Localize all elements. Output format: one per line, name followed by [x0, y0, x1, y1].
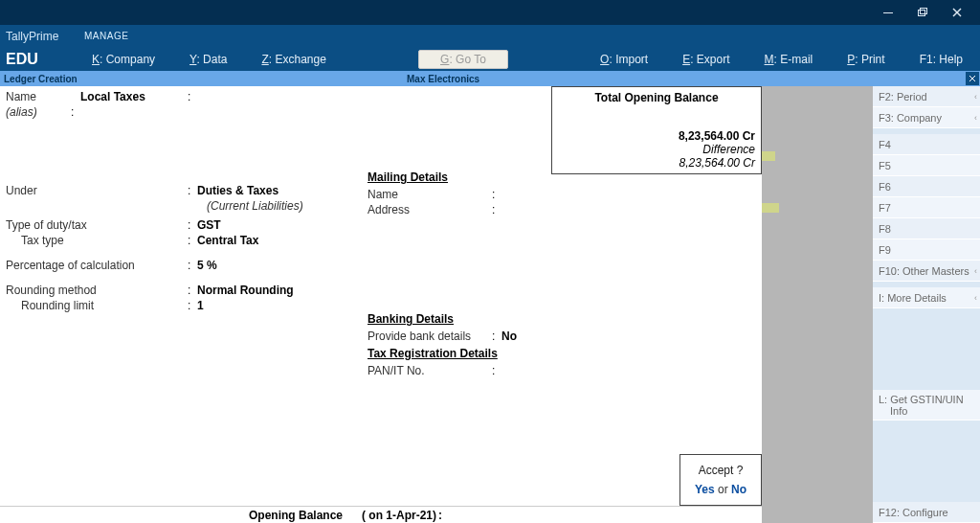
opening-balance-colon: :	[438, 509, 442, 522]
svg-rect-0	[918, 11, 924, 16]
menu-import[interactable]: O: Import	[583, 48, 665, 71]
accept-question: Accept ?	[699, 458, 744, 477]
accept-no-button[interactable]: No	[731, 483, 746, 496]
btn-f9[interactable]: F9	[873, 239, 980, 261]
window-minimize-button[interactable]	[871, 0, 905, 25]
pan-value[interactable]	[501, 364, 756, 377]
manage-menu[interactable]: MANAGE	[75, 25, 138, 47]
banking-provide-value[interactable]: No	[501, 330, 756, 343]
alias-value[interactable]	[80, 105, 356, 119]
menu-label: Import	[615, 53, 648, 66]
mailing-address-label: Address	[368, 203, 492, 216]
btn-f12-configure[interactable]: F12:Configure	[873, 502, 980, 523]
menu-email[interactable]: M: E-mail	[747, 48, 831, 71]
btn-f8[interactable]: F8	[873, 218, 980, 239]
name-value[interactable]: Local Taxes	[80, 90, 356, 103]
ledger-form: Name : Local Taxes (alias) : Under : Dut…	[0, 86, 762, 523]
window-titlebar	[0, 0, 980, 25]
menu-help[interactable]: F1: Help	[902, 48, 980, 71]
svg-rect-1	[920, 9, 926, 14]
menu-key: E:	[682, 53, 693, 66]
opening-balance-label: Opening Balance	[249, 509, 343, 522]
pct-value[interactable]: 5 %	[197, 259, 356, 272]
app-edition: EDU	[0, 48, 75, 71]
window-maximize-button[interactable]	[905, 0, 940, 25]
fk-label: F5	[879, 160, 891, 171]
fk-label: F9	[879, 244, 891, 256]
menu-label: Data	[203, 53, 227, 66]
menu-label: E-mail	[780, 53, 813, 66]
subheader-close-button[interactable]	[966, 72, 979, 85]
chevron-left-icon: ‹	[974, 92, 977, 102]
screen-title: Ledger Creation	[0, 74, 407, 84]
btn-f6[interactable]: F6	[873, 176, 980, 197]
menu-key: K:	[92, 53, 102, 66]
btn-f2-period[interactable]: F2:Period‹	[873, 86, 980, 107]
btn-more-details[interactable]: I:More Details‹	[873, 287, 980, 308]
company-name: Max Electronics	[407, 74, 966, 84]
mailing-address-value[interactable]	[501, 203, 756, 216]
btn-label: Other Masters	[902, 265, 969, 277]
menu-key: Z:	[261, 53, 272, 66]
tax-type-value[interactable]: Central Tax	[197, 234, 356, 247]
total-opening-balance-title: Total Opening Balance	[558, 91, 755, 104]
under-label: Under	[6, 184, 188, 197]
menu-key: P:	[847, 53, 858, 66]
btn-f3-company[interactable]: F3:Company‹	[873, 107, 980, 128]
minimize-icon	[883, 12, 893, 13]
close-icon	[969, 75, 976, 82]
menu-data[interactable]: Y: Data	[172, 48, 244, 71]
work-area: Name : Local Taxes (alias) : Under : Dut…	[0, 86, 980, 523]
rounding-limit-label: Rounding limit	[6, 299, 188, 312]
menu-key: G:	[440, 53, 453, 66]
rounding-method-value[interactable]: Normal Rounding	[197, 284, 356, 297]
accept-yes-button[interactable]: Yes	[695, 483, 715, 496]
menu-goto[interactable]: G: Go To	[418, 50, 508, 69]
menu-export[interactable]: E: Export	[665, 48, 746, 71]
rounding-method-label: Rounding method	[6, 284, 188, 297]
menu-company[interactable]: K: Company	[75, 48, 172, 71]
fk-label: F7	[879, 202, 891, 214]
tax-type-label: Tax type	[6, 234, 188, 247]
menu-key: Y:	[189, 53, 200, 66]
fk-label: F10:	[879, 265, 900, 277]
sub-header: Ledger Creation Max Electronics	[0, 71, 980, 86]
chevron-left-icon: ‹	[974, 113, 977, 123]
fk-label: I:	[879, 292, 884, 304]
menu-label: Help	[939, 53, 963, 66]
btn-label: Company	[897, 112, 942, 124]
rounding-limit-value[interactable]: 1	[197, 299, 356, 312]
under-value[interactable]: Duties & Taxes	[197, 184, 356, 197]
main-menu: EDU K: Company Y: Data Z: Exchange G: Go…	[0, 48, 980, 71]
mailing-name-value[interactable]	[501, 188, 756, 201]
chevron-left-icon: ‹	[974, 293, 977, 303]
accept-or: or	[718, 483, 728, 496]
menu-exchange[interactable]: Z: Exchange	[244, 48, 343, 71]
brand-row: TallyPrime MANAGE	[0, 25, 980, 48]
difference-label: Difference	[558, 143, 755, 156]
banking-provide-label: Provide bank details	[368, 330, 492, 343]
menu-key: F1:	[920, 53, 936, 66]
btn-label: Configure	[902, 507, 948, 518]
close-icon	[952, 8, 962, 17]
menu-label: Company	[106, 53, 155, 66]
fk-label: F6	[879, 181, 891, 193]
fk-label: F12:	[879, 507, 900, 518]
opening-balance-date: ( on 1-Apr-21)	[362, 509, 436, 522]
btn-f4[interactable]: F4	[873, 134, 980, 155]
banking-heading: Banking Details	[368, 312, 756, 326]
fk-label: F4	[879, 139, 891, 150]
btn-f7[interactable]: F7	[873, 197, 980, 218]
menu-label: Exchange	[275, 53, 325, 66]
opening-balance-footer: Opening Balance ( on 1-Apr-21) :	[0, 506, 762, 523]
btn-label: More Details	[887, 292, 947, 304]
menu-key: O:	[600, 53, 612, 66]
btn-f5[interactable]: F5	[873, 155, 980, 176]
btn-f10-other-masters[interactable]: F10:Other Masters‹	[873, 261, 980, 282]
duty-type-value[interactable]: GST	[197, 218, 356, 232]
window-close-button[interactable]	[940, 0, 974, 25]
fk-label: L:	[879, 394, 887, 405]
btn-get-gstin[interactable]: L:Get GSTIN/UIN Info	[873, 390, 980, 421]
menu-print[interactable]: P: Print	[830, 48, 902, 71]
app-name: TallyPrime	[0, 25, 75, 47]
